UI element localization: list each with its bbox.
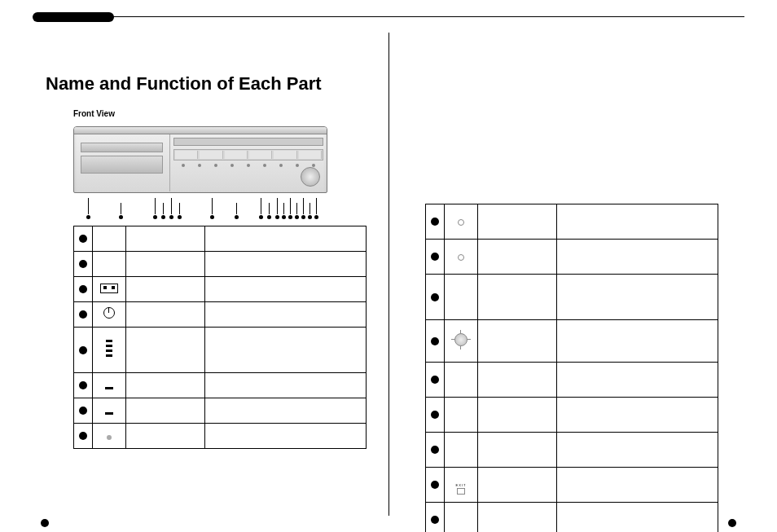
left-column: Name and Function of Each Part Front Vie… (33, 65, 360, 516)
table-row (425, 363, 718, 398)
table-row (425, 398, 718, 433)
table-row (74, 398, 367, 424)
front-view-label: Front View (73, 109, 360, 118)
table-row (425, 320, 718, 363)
table-row (425, 503, 718, 533)
row-bullet (79, 235, 87, 243)
table-row (425, 433, 718, 468)
channel-bars-icon (106, 337, 112, 359)
right-column: EXIT (417, 65, 744, 516)
left-parts-table (73, 226, 367, 449)
header-rule (33, 16, 744, 17)
right-parts-table: EXIT (425, 204, 718, 532)
section-title: Name and Function of Each Part (46, 73, 360, 95)
led-icon (107, 435, 112, 440)
table-row (74, 252, 367, 277)
table-row (425, 240, 718, 275)
table-row: EXIT (425, 468, 718, 503)
leader-lines (73, 193, 326, 214)
page-number-left (41, 519, 49, 527)
table-row (74, 226, 367, 252)
usb-icon (100, 284, 118, 293)
table-row (74, 373, 367, 398)
bar-icon (105, 387, 113, 389)
led-hollow-icon (458, 254, 464, 261)
table-row (74, 302, 367, 328)
page-number-right (728, 519, 736, 527)
table-row (425, 275, 718, 320)
power-icon (103, 307, 115, 319)
header-cap (33, 12, 114, 22)
exit-button-icon: EXIT (456, 483, 467, 495)
bar-icon (105, 412, 113, 415)
table-row (74, 328, 367, 373)
table-row (74, 424, 367, 449)
table-row (74, 277, 367, 302)
led-hollow-icon (458, 219, 464, 226)
jog-dial-icon (451, 330, 471, 350)
table-row (425, 204, 718, 240)
device-front-illustration (73, 126, 327, 193)
